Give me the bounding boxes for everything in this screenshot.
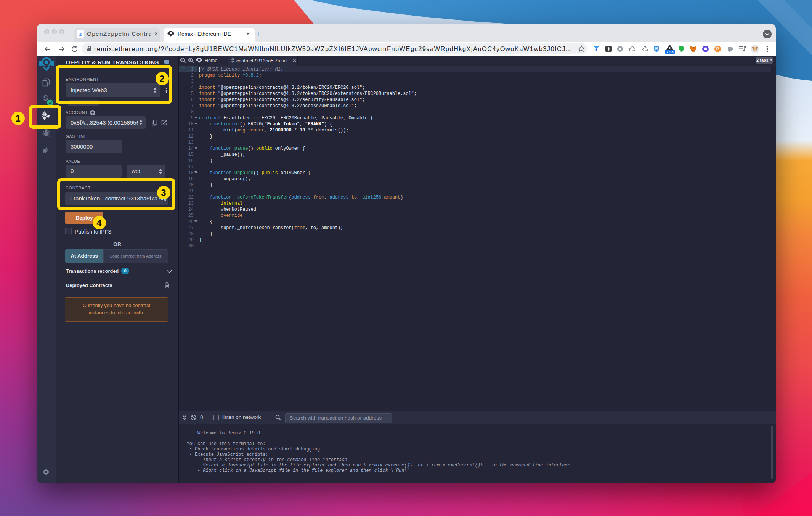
svg-text:R: R xyxy=(655,46,658,51)
